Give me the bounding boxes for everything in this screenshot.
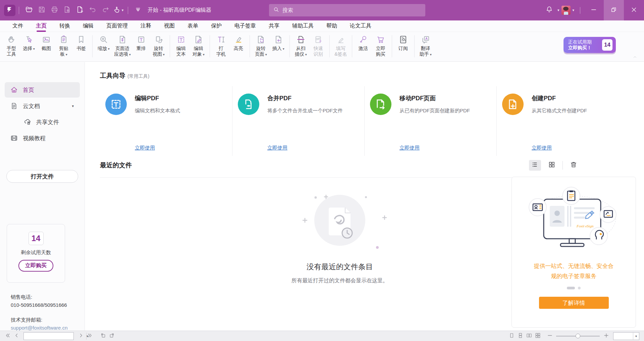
- translate-assistant-button[interactable]: 翻译助手 ▾: [417, 34, 434, 57]
- rotate-page-button[interactable]: 旋转页面 ▾: [252, 34, 270, 57]
- restore-button[interactable]: [604, 0, 624, 20]
- search-input[interactable]: [282, 7, 410, 13]
- trial-badge[interactable]: 正在试用期 立即购买！ 14: [564, 37, 616, 53]
- redo-button[interactable]: [99, 4, 112, 17]
- pager-dot[interactable]: [578, 287, 581, 289]
- snapshot-button[interactable]: 截图: [38, 34, 55, 57]
- facing-continuous-view-button[interactable]: [533, 332, 542, 340]
- last-page-button[interactable]: [85, 332, 94, 340]
- create-doc-button[interactable]: [73, 4, 86, 17]
- export-button[interactable]: [61, 4, 73, 17]
- open-file-button[interactable]: 打开文件: [6, 170, 78, 183]
- menu-item-13[interactable]: 帮助: [326, 21, 337, 31]
- continuous-view-button[interactable]: [516, 332, 525, 340]
- learn-more-button[interactable]: 了解详情: [539, 297, 609, 309]
- zoom-slider-thumb[interactable]: [576, 334, 580, 338]
- menu-item-12[interactable]: 辅助工具: [292, 21, 314, 31]
- quick-ocr-button[interactable]: 快速识别: [310, 34, 327, 57]
- tool-card-use-link[interactable]: 立即使用: [399, 145, 420, 151]
- buy-now-button[interactable]: 立即购买: [372, 34, 389, 57]
- first-page-button[interactable]: [3, 332, 12, 340]
- activate-button[interactable]: 激活: [355, 34, 372, 57]
- menu-item-7[interactable]: 视图: [164, 21, 175, 31]
- search-icon: [273, 6, 282, 14]
- zoom-level-dropdown[interactable]: ▾: [633, 333, 639, 340]
- print-button[interactable]: [48, 4, 61, 17]
- edit-text-button[interactable]: 编辑文本: [172, 34, 190, 57]
- close-button[interactable]: [624, 0, 644, 20]
- menu-item-11[interactable]: 共享: [269, 21, 279, 31]
- tool-card-4[interactable]: 创建PDF从其它格式文件创建PDF立即使用: [496, 86, 629, 156]
- tool-card-3[interactable]: 移动PDF页面从已有的PDF页面创建新的PDF立即使用: [364, 86, 496, 156]
- typewriter-button[interactable]: 打字机: [212, 34, 230, 57]
- sidebar-item-4[interactable]: 视频教程: [5, 130, 80, 146]
- menu-item-8[interactable]: 表单: [187, 21, 198, 31]
- from-scanner-button[interactable]: 从扫描仪 ▾: [292, 34, 310, 57]
- sidebar-item-3[interactable]: 共享文件: [5, 114, 80, 130]
- menu-item-6[interactable]: 注释: [141, 21, 151, 31]
- user-avatar[interactable]: [561, 6, 571, 15]
- open-file-quick-button[interactable]: [22, 4, 35, 17]
- rotate-view-button[interactable]: 旋转视图 ▾: [150, 34, 167, 57]
- clear-recent-button[interactable]: [568, 160, 580, 171]
- menu-item-4[interactable]: 编辑: [83, 21, 94, 31]
- caret-down-icon[interactable]: ▾: [72, 104, 74, 108]
- toolbar-item-label: 旋转视图 ▾: [153, 46, 165, 57]
- menu-item-3[interactable]: 转换: [59, 21, 70, 31]
- insert-button[interactable]: 插入 ▾: [270, 34, 287, 57]
- sidebar-item-2[interactable]: 云文档▾: [5, 98, 80, 114]
- zoom-level-box[interactable]: ▾: [613, 332, 639, 340]
- zoom-button[interactable]: 缩放 ▾: [95, 34, 112, 57]
- tool-card-use-link[interactable]: 立即使用: [135, 145, 155, 151]
- next-page-button[interactable]: [76, 332, 85, 340]
- search-box[interactable]: [269, 4, 425, 16]
- highlight-icon: [233, 34, 244, 45]
- save-button[interactable]: [35, 4, 48, 17]
- toolbar-item-label: 剪贴板 ▾: [59, 46, 68, 57]
- tool-card-use-link[interactable]: 立即使用: [267, 145, 287, 151]
- collapse-toolbar-button[interactable]: [632, 55, 639, 60]
- notifications-button[interactable]: [543, 4, 556, 17]
- zoom-out-button[interactable]: [545, 332, 554, 340]
- list-view-button[interactable]: [529, 160, 541, 171]
- clipboard-button[interactable]: 剪贴板 ▾: [55, 34, 72, 57]
- caret-down-icon[interactable]: ▾: [572, 8, 574, 12]
- grid-view-button[interactable]: [546, 160, 558, 171]
- tool-card-1[interactable]: 编辑PDF编辑文档和文本格式立即使用: [100, 86, 232, 156]
- hand-select-quick-button[interactable]: ▾: [112, 4, 124, 17]
- plus-icon: [603, 332, 609, 340]
- zoom-slider[interactable]: [556, 332, 600, 340]
- pager-dot-active[interactable]: [567, 287, 575, 289]
- menu-item-1[interactable]: 文件: [12, 21, 23, 31]
- next-view-button[interactable]: [107, 332, 116, 340]
- select-tool-button[interactable]: 选择 ▾: [20, 34, 38, 57]
- hand-tool-button[interactable]: 手型工具: [3, 34, 20, 57]
- subscribe-button[interactable]: 订阅: [394, 34, 412, 51]
- highlight-button[interactable]: 高亮: [230, 34, 247, 57]
- tool-card-2[interactable]: 合并PDF将多个文件合并生成一个PDF文件立即使用: [232, 86, 364, 156]
- fill-sign-button[interactable]: 填写&签名: [332, 34, 350, 57]
- menu-item-2[interactable]: 主页: [36, 21, 47, 31]
- undo-button[interactable]: [86, 4, 99, 17]
- page-fit-button[interactable]: 页面适应选项 ▾: [112, 34, 132, 57]
- single-page-view-button[interactable]: [507, 332, 516, 340]
- sidebar-item-1[interactable]: 首页: [5, 82, 80, 98]
- menu-item-10[interactable]: 电子签章: [234, 21, 256, 31]
- previous-view-button[interactable]: [99, 332, 107, 340]
- reflow-button[interactable]: 重排: [132, 34, 150, 57]
- zoom-in-button[interactable]: [602, 332, 610, 340]
- buy-now-sidebar-button[interactable]: 立即购买: [18, 260, 53, 272]
- bookmark-button[interactable]: 书签: [72, 34, 90, 57]
- menu-item-5[interactable]: 页面管理: [106, 21, 128, 31]
- tool-card-use-link[interactable]: 立即使用: [532, 145, 552, 151]
- minimize-button[interactable]: [584, 0, 604, 20]
- tool-card-desc: 将多个文件合并生成一个PDF文件: [267, 108, 343, 114]
- facing-view-button[interactable]: [525, 332, 533, 340]
- tool-card-row: 创建PDF从其它格式文件创建PDF: [502, 94, 625, 115]
- caret-down-icon[interactable]: ▾: [557, 8, 559, 12]
- edit-object-button[interactable]: 编辑对象 ▾: [190, 34, 207, 57]
- menu-item-9[interactable]: 保护: [211, 21, 222, 31]
- quick-access-menu-button[interactable]: [131, 4, 144, 17]
- menu-item-14[interactable]: 论文工具: [350, 21, 371, 31]
- previous-page-button[interactable]: [12, 332, 21, 340]
